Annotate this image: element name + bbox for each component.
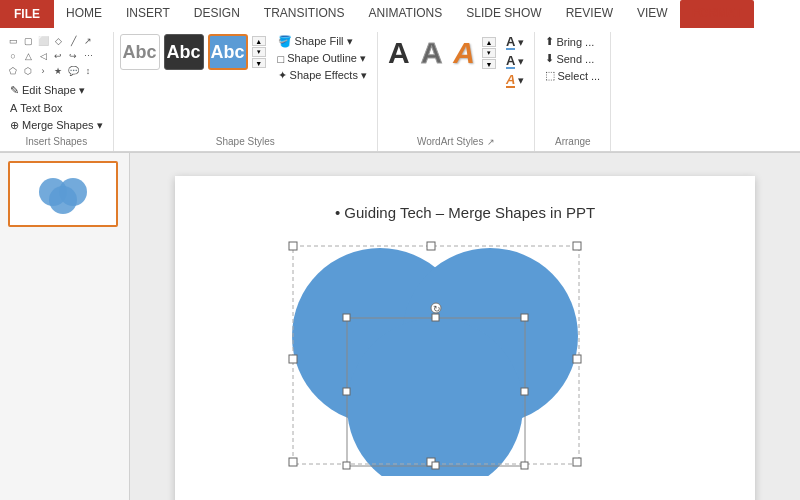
style-swatch-blue[interactable]: Abc [208,34,248,70]
wordart-scroll: ▲ ▾ ▼ [482,37,496,69]
tab-file[interactable]: FILE [0,0,54,28]
shape-more[interactable]: ⋯ [81,49,95,63]
wordart-scroll-up[interactable]: ▲ [482,37,496,47]
text-box-icon: A [10,102,17,114]
slide-thumbnail-1[interactable] [8,161,118,227]
inner-handle-tm[interactable] [432,314,439,321]
shape-scroll[interactable]: ↕ [81,64,95,78]
thumb-svg [33,170,93,218]
wordart-scroll-down[interactable]: ▼ [482,59,496,69]
shape-star[interactable]: ★ [51,64,65,78]
inner-handle-ml[interactable] [343,388,350,395]
tab-home[interactable]: HOME [54,0,114,28]
canvas-area[interactable]: • Guiding Tech – Merge Shapes in PPT [130,153,800,500]
swatch-scroll-up[interactable]: ▲ [252,36,266,46]
group-shape-styles: Abc Abc Abc ▲ ▾ ▼ 🪣 Shape Fill ▾ □ [114,32,378,151]
swatch-scroll-down[interactable]: ▼ [252,58,266,68]
handle-tl[interactable] [289,242,297,250]
shapes-grid: ▭ ▢ ⬜ ◇ ╱ ↗ ○ △ ◁ ↩ ↪ ⋯ ⬠ [6,34,107,78]
swatch-scroll-mid[interactable]: ▾ [252,47,266,57]
style-swatches: Abc Abc Abc ▲ ▾ ▼ [120,34,266,70]
wordart-group: A A A ▲ ▾ ▼ [384,34,496,72]
text-effects-button[interactable]: A ▾ [502,72,528,89]
shape-arrow[interactable]: ↗ [81,34,95,48]
shape-styles-inner: Abc Abc Abc ▲ ▾ ▼ 🪣 Shape Fill ▾ □ [120,34,371,134]
slides-panel [0,153,130,500]
inner-handle-mr[interactable] [521,388,528,395]
shape-effects-button[interactable]: ✦ Shape Effects ▾ [274,68,371,83]
handle-bl[interactable] [289,458,297,466]
text-outline-button[interactable]: A ▾ [502,53,528,70]
handle-mr[interactable] [573,355,581,363]
send-backward-button[interactable]: ⬇ Send ... [541,51,604,66]
shape-fill-button[interactable]: 🪣 Shape Fill ▾ [274,34,371,49]
tab-review[interactable]: REVIEW [554,0,625,28]
shape-bend-arrow[interactable]: ↪ [66,49,80,63]
wordart-styles-label: WordArt Styles ↗ [417,134,496,149]
slide-canvas: • Guiding Tech – Merge Shapes in PPT [175,176,755,500]
handle-ml[interactable] [289,355,297,363]
shape-triangle[interactable]: △ [21,49,35,63]
handle-br[interactable] [573,458,581,466]
insert-shapes-inner: ▭ ▢ ⬜ ◇ ╱ ↗ ○ △ ◁ ↩ ↪ ⋯ ⬠ [6,34,107,134]
shape-rounded-rect[interactable]: ▢ [21,34,35,48]
tab-design[interactable]: DESIGN [182,0,252,28]
bring-icon: ⬆ [545,35,554,48]
tab-format[interactable]: FORMAT [680,0,754,28]
shape-circle[interactable]: ○ [6,49,20,63]
rotate-icon: ↻ [433,304,441,314]
select-button[interactable]: ⬚ Select ... [541,68,604,83]
edit-shape-button[interactable]: ✎ Edit Shape ▾ [6,82,107,99]
tab-insert[interactable]: INSERT [114,0,182,28]
inner-handle-tl[interactable] [343,314,350,321]
handle-tr[interactable] [573,242,581,250]
inner-handle-br[interactable] [521,462,528,469]
wordart-a-plain[interactable]: A [384,34,414,72]
shape-callout[interactable]: 💬 [66,64,80,78]
wordart-a-outline[interactable]: A [417,34,447,72]
group-wordart-styles: A A A ▲ ▾ ▼ A ▾ A ▾ [378,32,535,151]
shape-rect[interactable]: ▭ [6,34,20,48]
style-swatch-dark[interactable]: Abc [164,34,204,70]
text-box-button[interactable]: A Text Box [6,100,107,116]
wordart-scroll-mid[interactable]: ▾ [482,48,496,58]
ribbon: FILE HOME INSERT DESIGN TRANSITIONS ANIM… [0,0,800,153]
shapes-container[interactable]: ↻ [265,236,605,476]
tab-animations[interactable]: ANIMATIONS [356,0,454,28]
text-fill-button[interactable]: A ▾ [502,34,528,51]
tab-view[interactable]: VIEW [625,0,680,28]
shape-styles-label: Shape Styles [216,134,275,149]
tab-transitions[interactable]: TRANSITIONS [252,0,357,28]
main-area: • Guiding Tech – Merge Shapes in PPT [0,153,800,500]
outline-icon: □ [278,53,285,65]
merge-shapes-button[interactable]: ⊕ Merge Shapes ▾ [6,117,107,134]
shape-hexagon[interactable]: ⬡ [21,64,35,78]
inner-handle-tr[interactable] [521,314,528,321]
swatch-scroll: ▲ ▾ ▼ [252,36,266,68]
shapes-svg: ↻ [265,236,605,476]
shape-outline-button[interactable]: □ Shape Outline ▾ [274,51,371,66]
handle-tm[interactable] [427,242,435,250]
inner-handle-bm[interactable] [432,462,439,469]
bring-forward-button[interactable]: ⬆ Bring ... [541,34,604,49]
shape-rt-triangle[interactable]: ◁ [36,49,50,63]
wordart-dialog-icon[interactable]: ↗ [487,137,495,147]
arrange-inner: ⬆ Bring ... ⬇ Send ... ⬚ Select ... [541,34,604,134]
shape-snip-rect[interactable]: ⬜ [36,34,50,48]
shape-parallelogram[interactable]: ◇ [51,34,65,48]
shape-pentagon[interactable]: ⬠ [6,64,20,78]
inner-handle-bl[interactable] [343,462,350,469]
shape-chevron[interactable]: › [36,64,50,78]
effects-icon: ✦ [278,69,287,82]
wordart-a-orange[interactable]: A [449,34,479,72]
text-fill-icon: A [506,35,515,50]
group-insert-shapes: ▭ ▢ ⬜ ◇ ╱ ↗ ○ △ ◁ ↩ ↪ ⋯ ⬠ [0,32,114,151]
text-effects-icon: A [506,73,515,88]
tab-bar: FILE HOME INSERT DESIGN TRANSITIONS ANIM… [0,0,800,28]
send-icon: ⬇ [545,52,554,65]
tab-slideshow[interactable]: SLIDE SHOW [454,0,553,28]
merge-shapes-icon: ⊕ [10,119,19,132]
shape-curved-arrow[interactable]: ↩ [51,49,65,63]
style-swatch-white[interactable]: Abc [120,34,160,70]
shape-line[interactable]: ╱ [66,34,80,48]
